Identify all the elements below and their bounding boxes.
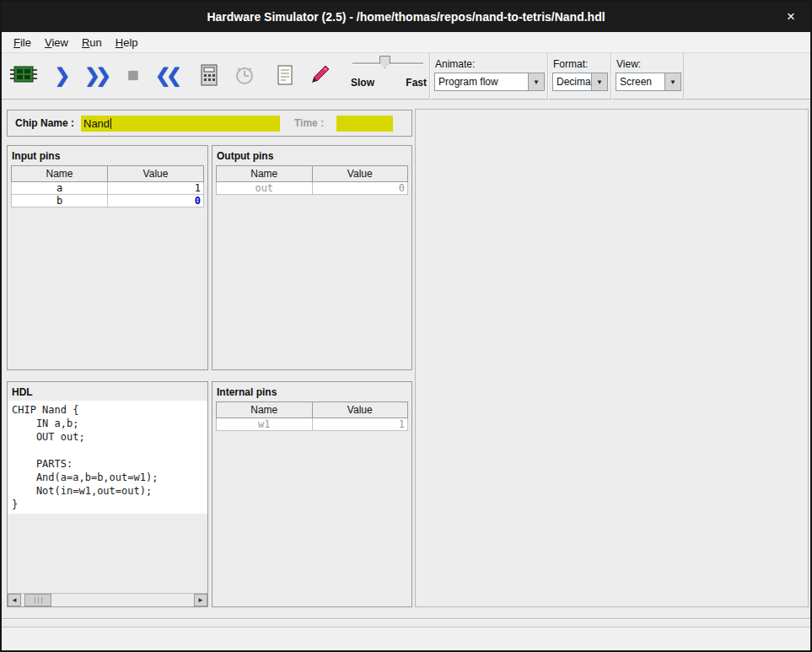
menu-help-mnemonic: H (116, 36, 123, 49)
chip-name-input[interactable]: Nand (81, 116, 280, 132)
scroll-right-icon[interactable]: ► (194, 594, 207, 606)
hdl-horizontal-scrollbar: ◄ ► (8, 593, 207, 606)
chip-icon (8, 63, 39, 87)
reset-button[interactable]: ❮❮ (152, 58, 186, 92)
titlebar: Hardware Simulator (2.5) - /home/thomas/… (2, 2, 810, 32)
slider-fast-label: Fast (406, 77, 427, 89)
view-selected-value: Screen (616, 73, 664, 90)
hdl-panel: HDL CHIP Nand { IN a,b; OUT out; PARTS: … (7, 381, 208, 607)
input-pins-table: Name Value a 1 b 0 (11, 165, 204, 207)
step-icon: ❯ (54, 66, 70, 85)
pin-value: 0 (312, 182, 408, 195)
table-row: b 0 (12, 195, 204, 207)
pin-value: 1 (312, 418, 408, 431)
reset-icon: ❮❮ (155, 66, 183, 85)
stop-icon: ■ (127, 66, 138, 84)
format-select[interactable]: Decimal ▼ (552, 73, 608, 91)
pin-name: a (12, 182, 108, 195)
animate-selected-value: Program flow (435, 73, 528, 90)
script-icon (275, 63, 295, 87)
view-select[interactable]: Screen ▼ (616, 73, 681, 91)
pin-name: out (217, 182, 313, 195)
animate-group: Animate: Program flow ▼ (429, 53, 547, 100)
clock-button[interactable] (228, 58, 261, 92)
script-button[interactable] (268, 58, 302, 92)
table-row: w1 1 (217, 418, 408, 431)
speed-slider-thumb[interactable] (379, 56, 390, 68)
chevron-down-icon[interactable]: ▼ (528, 73, 544, 90)
load-chip-button[interactable] (7, 58, 40, 92)
scroll-left-icon[interactable]: ◄ (8, 594, 21, 606)
clock-icon (233, 63, 256, 87)
input-pins-title: Input pins (8, 146, 207, 164)
table-row: out 0 (217, 182, 408, 195)
run-button[interactable]: ❯❯ (81, 58, 115, 92)
menu-view[interactable]: View (38, 34, 75, 51)
window-title: Hardware Simulator (2.5) - /home/thomas/… (207, 10, 605, 24)
column-header-value: Value (108, 166, 204, 182)
hardware-simulator-window: Hardware Simulator (2.5) - /home/thomas/… (0, 0, 812, 652)
time-input[interactable] (336, 116, 393, 132)
breakpoints-button[interactable] (304, 58, 337, 92)
time-label: Time : (294, 117, 324, 129)
animate-select[interactable]: Program flow ▼ (434, 73, 545, 91)
scrollbar-track[interactable] (51, 594, 194, 606)
column-header-value: Value (312, 166, 408, 182)
format-selected-value: Decimal (553, 73, 591, 90)
screen-view-panel (415, 109, 809, 607)
menu-file-mnemonic: F (13, 36, 20, 49)
chip-name-label: Chip Name : (15, 117, 74, 129)
format-group: Format: Decimal ▼ (547, 53, 610, 100)
column-header-name: Name (217, 166, 313, 182)
column-header-name: Name (12, 166, 108, 182)
menu-run-mnemonic: R (82, 36, 89, 49)
menu-file[interactable]: File (7, 34, 38, 51)
calculator-icon (199, 63, 219, 87)
calculator-button[interactable] (192, 58, 226, 92)
status-bar (2, 627, 810, 650)
single-step-button[interactable]: ❯ (46, 58, 79, 92)
hdl-title: HDL (8, 382, 207, 401)
scrollbar-thumb[interactable] (24, 594, 51, 606)
output-pins-table: Name Value out 0 (216, 165, 408, 195)
toolbar: ❯ ❯❯ ■ ❮❮ (2, 53, 810, 100)
internal-pins-table: Name Value w1 1 (216, 401, 408, 431)
chevron-down-icon[interactable]: ▼ (591, 73, 607, 90)
format-label: Format: (553, 58, 588, 70)
pin-value[interactable]: 1 (108, 182, 204, 195)
pin-value[interactable]: 0 (108, 195, 204, 207)
close-button[interactable]: × (783, 8, 799, 25)
internal-pins-title: Internal pins (212, 382, 411, 401)
chevron-down-icon[interactable]: ▼ (664, 73, 680, 90)
internal-pins-panel: Internal pins Name Value w1 1 (212, 381, 412, 607)
output-pins-panel: Output pins Name Value out 0 (212, 145, 412, 370)
animate-label: Animate: (435, 58, 475, 70)
pin-name: b (12, 195, 108, 207)
view-group: View: Screen ▼ (610, 53, 684, 100)
menu-run-rest: un (89, 36, 101, 49)
chip-name-bar: Chip Name : Nand Time : (7, 110, 412, 137)
hdl-code-view: CHIP Nand { IN a,b; OUT out; PARTS: And(… (8, 401, 207, 514)
input-pins-panel: Input pins Name Value a 1 b 0 (7, 145, 208, 370)
column-header-value: Value (312, 402, 408, 418)
menu-file-rest: ile (20, 36, 31, 49)
menu-help-rest: elp (123, 36, 137, 49)
text-caret (110, 118, 111, 129)
stop-button[interactable]: ■ (116, 58, 150, 92)
menu-view-rest: iew (51, 36, 68, 49)
run-icon: ❯❯ (84, 66, 112, 85)
menu-help[interactable]: Help (109, 34, 145, 51)
bottom-divider (2, 618, 810, 619)
menubar: File View Run Help (2, 32, 810, 53)
slider-slow-label: Slow (351, 77, 374, 89)
column-header-name: Name (217, 402, 313, 418)
pen-icon (309, 63, 331, 87)
table-row: a 1 (12, 182, 204, 195)
output-pins-title: Output pins (212, 146, 411, 164)
chip-name-value: Nand (83, 117, 110, 130)
menu-run[interactable]: Run (75, 34, 109, 51)
speed-slider-group: Slow Fast (346, 53, 430, 100)
view-label: View: (616, 58, 641, 70)
pin-name: w1 (217, 418, 313, 431)
